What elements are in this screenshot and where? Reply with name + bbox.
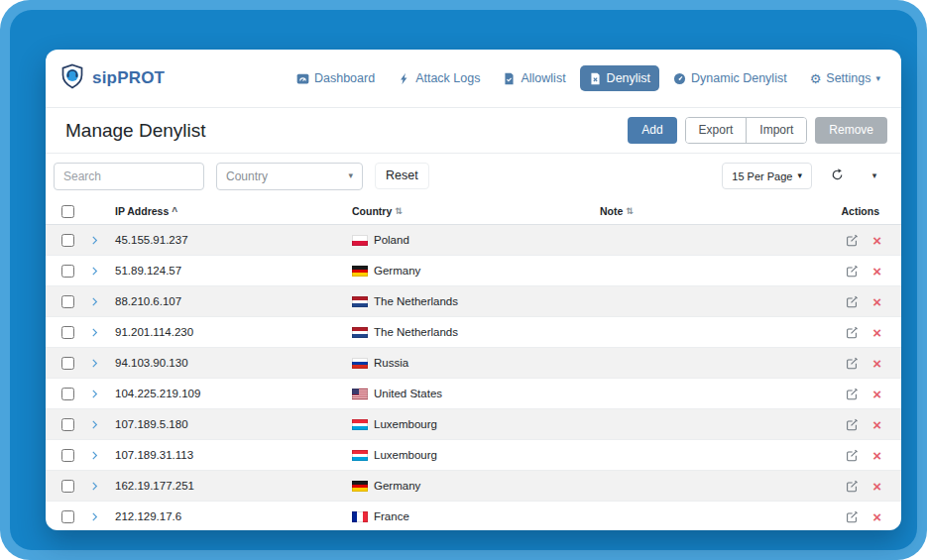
country-cell: United States [352, 388, 600, 399]
delete-button[interactable]: × [872, 356, 881, 371]
country-name: The Netherlands [374, 326, 458, 338]
edit-button[interactable] [846, 388, 859, 400]
expand-row-button[interactable] [89, 266, 115, 277]
expand-row-button[interactable] [89, 511, 115, 522]
edit-button[interactable] [846, 234, 859, 247]
row-checkbox[interactable] [61, 265, 74, 278]
delete-button[interactable]: × [872, 479, 881, 494]
expand-row-button[interactable] [89, 235, 115, 246]
nav-item-allowlist[interactable]: Allowlist [494, 65, 574, 91]
ip-address: 88.210.6.107 [115, 295, 352, 307]
country-name: Germany [374, 265, 420, 277]
remove-button[interactable]: Remove [815, 117, 887, 144]
attack-logs-icon [398, 72, 410, 85]
ip-address: 107.189.5.180 [115, 418, 352, 430]
ip-address: 91.201.114.230 [115, 326, 352, 338]
country-flag-icon [352, 481, 368, 492]
delete-button[interactable]: × [872, 387, 881, 401]
allowlist-icon [503, 72, 516, 85]
search-input[interactable] [54, 163, 204, 190]
delete-button[interactable]: × [872, 264, 881, 279]
edit-button[interactable] [846, 265, 859, 278]
export-import-group: Export Import [685, 117, 808, 144]
nav-item-denylist[interactable]: Denylist [580, 65, 659, 91]
row-checkbox[interactable] [61, 234, 74, 247]
country-cell: Luxembourg [352, 449, 600, 461]
delete-button[interactable]: × [872, 233, 881, 248]
edit-button[interactable] [846, 418, 859, 431]
nav-item-dashboard[interactable]: Dashboard [288, 65, 384, 91]
row-checkbox[interactable] [61, 418, 74, 431]
country-name: United States [374, 388, 442, 399]
country-name: Russia [374, 357, 408, 369]
nav-item-attack-logs[interactable]: Attack Logs [389, 65, 489, 91]
delete-button[interactable]: × [872, 448, 881, 463]
delete-button[interactable]: × [872, 417, 881, 432]
country-flag-icon [352, 511, 368, 522]
table-row: 45.155.91.237 Poland × [46, 225, 901, 256]
expand-row-button[interactable] [89, 450, 115, 461]
table-body: 45.155.91.237 Poland × 51.89.124.57 Germ… [46, 225, 901, 530]
ip-address: 104.225.219.109 [115, 388, 352, 399]
delete-button[interactable]: × [872, 294, 881, 309]
page-background: sipPROT Dashboard Attack Logs Allowlist … [0, 0, 927, 560]
row-checkbox[interactable] [61, 357, 74, 370]
nav-item-dynamic-denylist[interactable]: Dynamic Denylist [664, 65, 796, 91]
row-actions: × [822, 479, 901, 494]
edit-button[interactable] [846, 357, 859, 370]
delete-button[interactable]: × [872, 509, 881, 524]
row-checkbox[interactable] [61, 510, 74, 523]
refresh-button[interactable] [824, 163, 850, 189]
country-filter-select[interactable]: Country ▾ [216, 163, 363, 190]
add-button[interactable]: Add [628, 117, 676, 144]
refresh-options-button[interactable]: ▾ [862, 163, 887, 189]
expand-row-button[interactable] [89, 358, 115, 369]
expand-row-button[interactable] [89, 389, 115, 399]
row-actions: × [822, 233, 901, 248]
country-cell: Luxembourg [352, 418, 600, 430]
expand-row-button[interactable] [89, 296, 115, 307]
row-checkbox[interactable] [61, 295, 74, 308]
select-all-checkbox[interactable] [61, 205, 74, 218]
edit-button[interactable] [846, 449, 859, 462]
column-header-note[interactable]: Note⇅ [600, 205, 822, 217]
export-button[interactable]: Export [686, 118, 747, 143]
edit-button[interactable] [846, 510, 859, 523]
chevron-down-icon: ▾ [797, 171, 802, 180]
row-checkbox[interactable] [61, 449, 74, 462]
expand-row-button[interactable] [89, 481, 115, 492]
expand-row-button[interactable] [89, 419, 115, 430]
row-checkbox[interactable] [61, 480, 74, 493]
page-background-inner: sipPROT Dashboard Attack Logs Allowlist … [10, 10, 917, 550]
column-header-country[interactable]: Country⇅ [352, 205, 600, 217]
column-header-ip-address[interactable]: IP Address^ [115, 205, 352, 217]
country-cell: Poland [352, 234, 600, 246]
toolbar: Add Export Import Remove [628, 117, 887, 144]
country-flag-icon [352, 450, 368, 461]
row-actions: × [822, 325, 901, 340]
row-checkbox[interactable] [61, 326, 74, 339]
country-flag-icon [352, 266, 368, 277]
per-page-select[interactable]: 15 Per Page ▾ [722, 163, 812, 189]
reset-button[interactable]: Reset [375, 163, 429, 190]
row-checkbox[interactable] [61, 388, 74, 400]
chevron-down-icon: ▾ [348, 171, 353, 180]
row-actions: × [822, 387, 901, 401]
app-card: sipPROT Dashboard Attack Logs Allowlist … [46, 50, 901, 530]
country-flag-icon [352, 419, 368, 430]
ip-address: 107.189.31.113 [115, 449, 352, 461]
denylist-icon [589, 72, 602, 85]
nav-item-settings[interactable]: ⚙ Settings ▾ [801, 65, 889, 91]
country-cell: The Netherlands [352, 295, 600, 307]
filter-row: Country ▾ Reset 15 Per Page ▾ [46, 154, 901, 198]
delete-button[interactable]: × [872, 325, 881, 340]
row-actions: × [822, 417, 901, 432]
edit-button[interactable] [846, 480, 859, 493]
edit-button[interactable] [846, 295, 859, 308]
expand-row-button[interactable] [89, 327, 115, 338]
import-button[interactable]: Import [746, 118, 806, 143]
brand-logo[interactable]: sipPROT [59, 63, 165, 93]
edit-button[interactable] [846, 326, 859, 339]
country-cell: The Netherlands [352, 326, 600, 338]
ip-address: 162.19.177.251 [115, 480, 352, 492]
